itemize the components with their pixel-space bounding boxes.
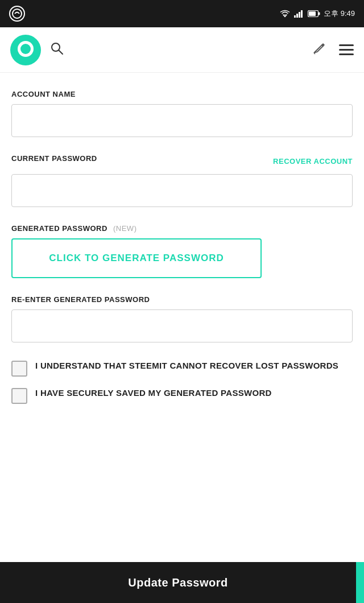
update-password-button[interactable]: Update Password (0, 562, 356, 603)
accent-bar (356, 562, 364, 603)
current-password-input[interactable] (11, 174, 353, 207)
saved-checkbox-label: I HAVE SECURELY SAVED MY GENERATED PASSW… (35, 387, 272, 399)
current-password-header: CURRENT PASSWORD RECOVER ACCOUNT (11, 154, 353, 168)
account-name-label: ACCOUNT NAME (11, 90, 353, 98)
recover-account-link[interactable]: RECOVER ACCOUNT (273, 157, 353, 166)
menu-line-3 (339, 53, 354, 55)
edit-button[interactable] (312, 42, 326, 59)
svg-rect-2 (296, 14, 298, 18)
main-content: ACCOUNT NAME CURRENT PASSWORD RECOVER AC… (0, 73, 364, 471)
battery-icon (308, 10, 320, 17)
account-name-group: ACCOUNT NAME (11, 90, 353, 137)
status-bar: 오후 9:49 (0, 0, 364, 27)
current-password-label: CURRENT PASSWORD (11, 154, 97, 163)
svg-rect-7 (318, 13, 320, 15)
understand-checkbox-group: I UNDERSTAND THAT STEEMIT CANNOT RECOVER… (11, 360, 353, 377)
svg-rect-3 (299, 12, 300, 18)
status-korean: 오후 9:49 (324, 9, 355, 19)
generated-password-label: GENERATED PASSWORD (NEW) (11, 224, 353, 233)
status-bar-left (9, 6, 25, 22)
wifi-icon (279, 10, 291, 18)
app-logo[interactable] (10, 35, 41, 65)
svg-rect-1 (294, 15, 296, 18)
menu-button[interactable] (339, 44, 354, 55)
menu-line-2 (339, 49, 354, 51)
navbar-left (10, 35, 64, 65)
reenter-password-input[interactable] (11, 309, 353, 342)
svg-point-0 (13, 9, 22, 18)
saved-checkbox-group: I HAVE SECURELY SAVED MY GENERATED PASSW… (11, 387, 353, 404)
new-badge: (NEW) (113, 224, 137, 233)
menu-line-1 (339, 44, 354, 46)
utopian-icon (9, 6, 25, 22)
svg-rect-4 (301, 10, 303, 18)
svg-rect-6 (309, 11, 316, 16)
understand-checkbox-label: I UNDERSTAND THAT STEEMIT CANNOT RECOVER… (35, 360, 338, 371)
search-button[interactable] (50, 42, 64, 59)
current-password-group: CURRENT PASSWORD RECOVER ACCOUNT (11, 154, 353, 207)
saved-checkbox[interactable] (11, 388, 27, 404)
navbar (0, 27, 364, 73)
generate-password-button[interactable]: CLICK TO GENERATE PASSWORD (11, 238, 262, 278)
status-bar-right: 오후 9:49 (279, 9, 355, 19)
bottom-bar: Update Password (0, 562, 364, 603)
signal-icon (294, 10, 304, 18)
reenter-password-group: RE-ENTER GENERATED PASSWORD (11, 295, 353, 342)
navbar-right (312, 42, 354, 59)
reenter-password-label: RE-ENTER GENERATED PASSWORD (11, 295, 353, 304)
understand-checkbox[interactable] (11, 361, 27, 377)
generated-password-group: GENERATED PASSWORD (NEW) CLICK TO GENERA… (11, 224, 353, 278)
svg-line-11 (59, 50, 63, 54)
account-name-input[interactable] (11, 104, 353, 137)
svg-point-9 (20, 44, 31, 54)
